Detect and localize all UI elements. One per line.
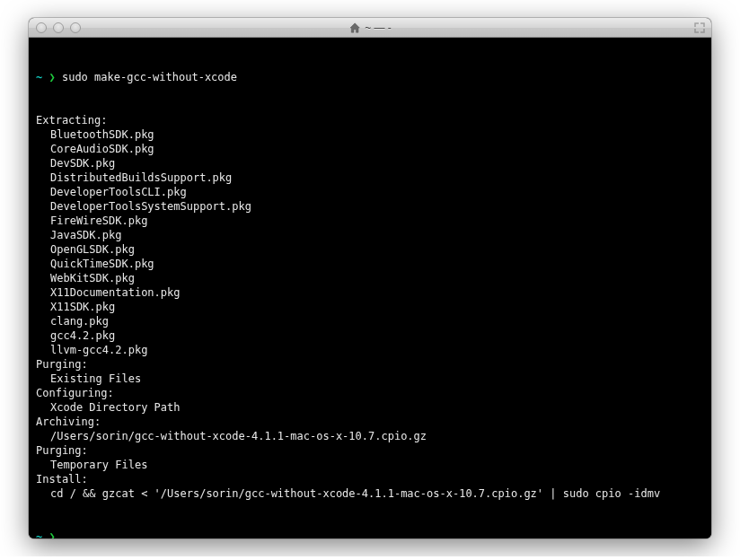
- zoom-button[interactable]: [70, 22, 81, 33]
- prompt-arrow: ❯: [48, 530, 55, 538]
- close-button[interactable]: [36, 22, 47, 33]
- window-title-text: ~ — -: [365, 22, 392, 34]
- prompt-dir: ~: [36, 71, 42, 83]
- fullscreen-button[interactable]: [693, 22, 706, 34]
- window-title: ~ — -: [348, 22, 392, 34]
- output-item: Xcode Directory Path: [36, 400, 704, 415]
- minimize-button[interactable]: [53, 22, 64, 33]
- terminal-window: ~ — - ~ ❯ sudo make-gcc-without-xcode Ex…: [29, 18, 711, 538]
- output: Extracting:BluetoothSDK.pkgCoreAudioSDK.…: [36, 113, 704, 501]
- output-item: DevSDK.pkg: [36, 156, 704, 171]
- output-section-header: Configuring:: [36, 386, 704, 400]
- output-item: Temporary Files: [36, 458, 704, 472]
- output-item: DeveloperToolsCLI.pkg: [36, 185, 704, 199]
- terminal-body[interactable]: ~ ❯ sudo make-gcc-without-xcode Extracti…: [29, 38, 711, 538]
- output-item: JavaSDK.pkg: [36, 228, 704, 242]
- output-item: BluetoothSDK.pkg: [36, 127, 704, 142]
- output-item: CoreAudioSDK.pkg: [36, 142, 704, 156]
- output-item: llvm-gcc4.2.pkg: [36, 343, 704, 357]
- output-item: DeveloperToolsSystemSupport.pkg: [36, 199, 704, 214]
- output-item: Existing Files: [36, 372, 704, 386]
- output-item: WebKitSDK.pkg: [36, 271, 704, 285]
- output-item: X11Documentation.pkg: [36, 285, 704, 300]
- output-item: QuickTimeSDK.pkg: [36, 257, 704, 271]
- home-icon: [348, 22, 361, 33]
- output-item: DistributedBuildsSupport.pkg: [36, 171, 704, 185]
- prompt-dir: ~: [36, 530, 42, 538]
- output-item: clang.pkg: [36, 314, 704, 328]
- output-item: cd / && gzcat < '/Users/sorin/gcc-withou…: [36, 486, 704, 501]
- output-item: X11SDK.pkg: [36, 300, 704, 314]
- output-section-header: Extracting:: [36, 113, 704, 127]
- titlebar[interactable]: ~ — -: [29, 18, 711, 38]
- prompt-line: ~ ❯ sudo make-gcc-without-xcode: [36, 70, 704, 84]
- output-item: OpenGLSDK.pkg: [36, 242, 704, 257]
- output-item: FireWireSDK.pkg: [36, 214, 704, 228]
- traffic-lights: [36, 22, 81, 33]
- output-section-header: Purging:: [36, 357, 704, 372]
- output-item: gcc4.2.pkg: [36, 328, 704, 343]
- prompt-line-2: ~ ❯: [36, 529, 704, 538]
- command-text: sudo make-gcc-without-xcode: [62, 71, 237, 83]
- output-section-header: Purging:: [36, 443, 704, 458]
- prompt-arrow: ❯: [48, 71, 55, 83]
- output-section-header: Archiving:: [36, 415, 704, 429]
- output-item: /Users/sorin/gcc-without-xcode-4.1.1-mac…: [36, 429, 704, 443]
- output-section-header: Install:: [36, 472, 704, 486]
